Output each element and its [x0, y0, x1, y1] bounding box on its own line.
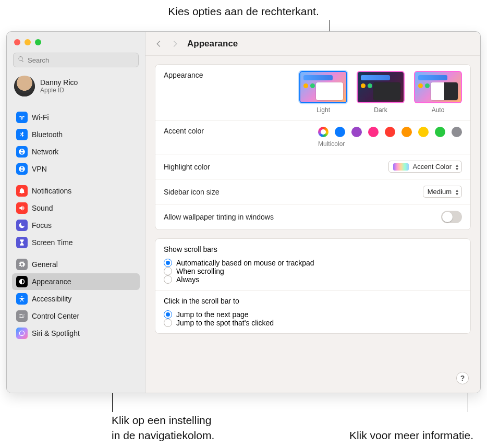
chevron-updown-icon: ▴▾ [456, 163, 458, 171]
sidebar-item-label: Focus [32, 221, 52, 229]
sidebar-item-label: VPN [32, 165, 47, 173]
page-title: Appearance [187, 39, 238, 49]
bell-icon [16, 185, 28, 197]
globe-icon [16, 163, 28, 175]
radio-label: When scrolling [176, 267, 224, 275]
annotation-top: Kies opties aan de rechterkant. [0, 4, 487, 19]
accent-color-pink[interactable] [368, 127, 379, 137]
sidebar-item-label: Siri & Spotlight [32, 329, 80, 337]
sidebar-item-bluetooth[interactable]: Bluetooth [12, 126, 140, 143]
sidebar-item-label: Control Center [32, 312, 79, 320]
sidebar-item-focus[interactable]: Focus [12, 217, 140, 234]
theme-caption: Dark [374, 106, 387, 114]
sidebar-item-screen-time[interactable]: Screen Time [12, 234, 140, 251]
radio-scrollbar-click-1[interactable]: Jump to the spot that's clicked [164, 319, 462, 327]
annotation-bottom-right: Klik voor meer informatie. [281, 428, 473, 443]
bluetooth-icon [16, 129, 28, 140]
sidebar-item-sound[interactable]: Sound [12, 200, 140, 216]
apple-id-row[interactable]: Danny Rico Apple ID [7, 72, 145, 104]
sidebar-item-vpn[interactable]: VPN [12, 161, 140, 177]
wallpaper-tinting-toggle[interactable] [441, 211, 462, 223]
accent-color-multicolor[interactable] [318, 127, 328, 137]
sidebar-item-label: Appearance [32, 277, 71, 286]
wallpaper-tinting-label: Allow wallpaper tinting in windows [164, 213, 274, 221]
radio-scrollbar-click-0[interactable]: Jump to the next page [164, 310, 462, 319]
sidebar-item-accessibility[interactable]: Accessibility [12, 290, 140, 307]
scrollbar-card: Show scroll bars Automatically based on … [155, 238, 471, 334]
sidebar-icon-size-value: Medium [428, 188, 452, 196]
annotation-bottom-left: Klik op een instelling in de navigatieko… [112, 413, 247, 443]
theme-option-auto[interactable]: Auto [414, 71, 462, 114]
callout-line-bottom-right [468, 390, 468, 412]
highlight-color-select[interactable]: Accent Color ▴▾ [388, 161, 462, 173]
radio-button-icon [164, 267, 172, 275]
sidebar-item-siri-spotlight[interactable]: Siri & Spotlight [12, 325, 140, 342]
minimize-icon[interactable] [25, 39, 31, 45]
accent-color-purple[interactable] [351, 127, 362, 137]
accessibility-icon [16, 293, 28, 305]
chevron-updown-icon: ▴▾ [456, 188, 458, 196]
radio-label: Always [176, 275, 199, 284]
siri-icon [16, 328, 28, 339]
sidebar-item-network[interactable]: Network [12, 143, 140, 160]
gear-icon [16, 259, 28, 270]
sidebar-group-system: GeneralAppearanceAccessibilityControl Ce… [10, 256, 142, 342]
sidebar-item-label: Network [32, 148, 58, 156]
settings-window: Danny Rico Apple ID Wi-FiBluetoothNetwor… [6, 31, 481, 393]
sidebar-item-appearance[interactable]: Appearance [12, 273, 140, 290]
zoom-icon[interactable] [35, 39, 41, 45]
accent-color-yellow[interactable] [418, 127, 429, 137]
click-in-scrollbar-group: Click in the scroll bar to Jump to the n… [155, 290, 470, 333]
accent-color-red[interactable] [385, 127, 395, 137]
theme-thumbnail [299, 71, 347, 103]
highlight-swatch [393, 163, 409, 171]
click-in-scrollbar-title: Click in the scroll bar to [164, 297, 462, 305]
sidebar-item-label: Screen Time [32, 238, 73, 247]
accent-color-graphite[interactable] [452, 127, 462, 137]
content: Appearance LightDarkAuto Accent color Mu… [145, 56, 480, 393]
window-controls [7, 32, 145, 51]
sidebar-group-notifications: NotificationsSoundFocusScreen Time [10, 183, 142, 251]
radio-button-icon [164, 310, 172, 319]
radio-label: Jump to the spot that's clicked [176, 319, 274, 327]
highlight-value: Accent Color [413, 163, 452, 171]
svg-point-1 [19, 331, 24, 335]
sidebar-item-notifications[interactable]: Notifications [12, 183, 140, 199]
show-scrollbars-title: Show scroll bars [164, 245, 462, 253]
theme-option-light[interactable]: Light [299, 71, 347, 114]
sidebar-item-label: Wi-Fi [32, 113, 49, 122]
sidebar-item-general[interactable]: General [12, 256, 140, 273]
radio-scrollbars-2[interactable]: Always [164, 275, 462, 284]
radio-scrollbars-0[interactable]: Automatically based on mouse or trackpad [164, 259, 462, 267]
globe-icon [16, 146, 28, 158]
back-button[interactable] [154, 39, 163, 49]
search-input[interactable] [28, 56, 134, 64]
theme-option-dark[interactable]: Dark [357, 71, 405, 114]
user-name: Danny Rico [40, 78, 78, 87]
avatar [14, 76, 35, 96]
radio-scrollbars-1[interactable]: When scrolling [164, 267, 462, 275]
sidebar-icon-size-label: Sidebar icon size [164, 188, 220, 196]
radio-button-icon [164, 319, 172, 327]
sidebar-item-label: Bluetooth [32, 130, 63, 139]
forward-button[interactable] [171, 39, 180, 49]
radio-label: Jump to the next page [176, 310, 249, 319]
highlight-label: Highlight color [164, 163, 210, 171]
close-icon[interactable] [14, 39, 20, 45]
sidebar-icon-size-select[interactable]: Medium ▴▾ [423, 186, 462, 198]
accent-color-orange[interactable] [401, 127, 412, 137]
radio-button-icon [164, 259, 172, 267]
sidebar-item-label: Sound [32, 204, 53, 212]
sidebar-item-wi-fi[interactable]: Wi-Fi [12, 109, 140, 126]
sidebar-group-connectivity: Wi-FiBluetoothNetworkVPN [10, 109, 142, 177]
accent-color-blue[interactable] [335, 127, 345, 137]
sidebar-item-control-center[interactable]: Control Center [12, 308, 140, 324]
user-sub: Apple ID [40, 87, 78, 94]
svg-point-0 [21, 296, 22, 297]
accent-color-green[interactable] [435, 127, 445, 137]
wifi-icon [16, 112, 28, 123]
toolbar: Appearance [145, 32, 480, 56]
help-button[interactable]: ? [456, 372, 469, 384]
speaker-icon [16, 202, 28, 214]
search-field[interactable] [13, 53, 139, 67]
